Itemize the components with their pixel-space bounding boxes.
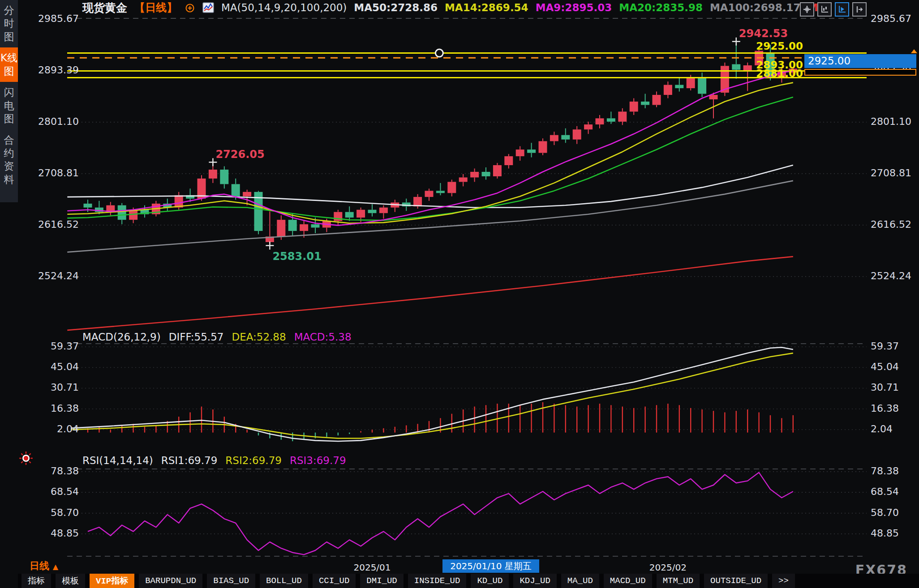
footer-period-label: 日线 bbox=[30, 560, 49, 571]
alert-arrow-icon bbox=[911, 49, 917, 53]
indicator-tab-0[interactable]: 指标 bbox=[21, 574, 51, 588]
alert-level-box bbox=[804, 69, 916, 76]
chart-canvas bbox=[0, 0, 919, 588]
ma50-readout: MA50:2728.86 bbox=[354, 2, 438, 13]
macd-value-readout: MACD:5.38 bbox=[294, 331, 352, 343]
ma-line-MA100 bbox=[67, 181, 793, 252]
ma-line-MA9 bbox=[67, 71, 793, 226]
indicator-tab-5[interactable]: BOLL_UD bbox=[260, 574, 308, 588]
sidebar-item-kline-chart[interactable]: K线图 bbox=[0, 47, 18, 82]
macd-header: MACD(26,12,9) DIFF:55.57 DEA:52.88 MACD:… bbox=[82, 331, 352, 343]
triangle-up-icon: ▲ bbox=[53, 562, 58, 571]
live-alert-icon[interactable] bbox=[18, 450, 34, 468]
indicator-tab-12[interactable]: MACD_UD bbox=[604, 574, 652, 588]
candles-layer bbox=[84, 43, 798, 244]
axis-label: 48.85 bbox=[18, 528, 79, 539]
ma100-readout: MA100:2698.17 bbox=[710, 2, 801, 13]
jump-to-last-icon bbox=[855, 5, 863, 13]
indicator-tab-9[interactable]: KD_UD bbox=[471, 574, 509, 588]
axis-label: 59.37 bbox=[871, 341, 899, 352]
axis-label: 2801.10 bbox=[871, 116, 911, 127]
axis-label: 68.54 bbox=[18, 486, 79, 497]
macd-layer bbox=[71, 347, 793, 441]
period-selector[interactable]: 【日线】 bbox=[134, 0, 177, 15]
scale-axis-button[interactable] bbox=[817, 2, 832, 17]
axis-label: 2708.81 bbox=[871, 167, 911, 179]
indicator-tab-10[interactable]: KDJ_UD bbox=[513, 574, 556, 588]
rsi3-readout: RSI3:69.79 bbox=[290, 455, 346, 466]
axis-label: 48.85 bbox=[871, 528, 899, 539]
rsi-title: RSI(14,14,14) bbox=[82, 455, 153, 466]
axis-label: 2.04 bbox=[871, 423, 893, 435]
ma-settings-label: MA(50,14,9,20,100,200) bbox=[221, 2, 347, 13]
jump-to-last-button[interactable] bbox=[852, 2, 867, 17]
indicator-tab-8[interactable]: INSIDE_UD bbox=[408, 574, 467, 588]
axis-label: 45.04 bbox=[18, 361, 79, 372]
ma-lines-layer bbox=[67, 71, 793, 330]
axis-label: 2524.24 bbox=[871, 270, 911, 281]
indicator-tab-15[interactable]: >> bbox=[772, 574, 795, 588]
sidebar: 分时图 K线图 闪电图 合约资料 bbox=[0, 0, 18, 202]
axis-label: 58.70 bbox=[871, 507, 899, 518]
axis-label: 2524.24 bbox=[18, 270, 79, 281]
chart-style-icon[interactable] bbox=[202, 2, 214, 13]
indicator-tab-4[interactable]: BIAS_UD bbox=[207, 574, 255, 588]
chart-annotation: 2942.53 bbox=[739, 27, 788, 40]
axis-label: 2985.67 bbox=[871, 13, 911, 24]
axis-label: 30.71 bbox=[18, 382, 79, 393]
axis-label: 16.38 bbox=[18, 403, 79, 414]
axis-label: 2801.10 bbox=[18, 116, 79, 127]
hline-label: 2925.00 bbox=[731, 40, 803, 52]
sidebar-item-time-chart[interactable]: 分时图 bbox=[0, 0, 18, 47]
indicator-tab-2[interactable]: VIP指标 bbox=[90, 574, 134, 588]
footer-period-selector[interactable]: 日线 ▲ bbox=[30, 559, 58, 573]
rsi-header: RSI(14,14,14) RSI1:69.79 RSI2:69.79 RSI3… bbox=[82, 455, 346, 466]
axis-label: 78.38 bbox=[871, 465, 899, 477]
annotations-layer bbox=[209, 38, 740, 250]
indicator-tab-11[interactable]: MA_UD bbox=[561, 574, 599, 588]
rsi2-readout: RSI2:69.79 bbox=[225, 455, 282, 466]
ma14-readout: MA14:2869.54 bbox=[445, 2, 528, 13]
axis-label: 30.71 bbox=[871, 382, 899, 393]
sidebar-item-lightning-chart[interactable]: 闪电图 bbox=[0, 82, 18, 129]
date-tick-label: 2025/02 bbox=[649, 562, 687, 573]
indicator-tab-13[interactable]: MTM_UD bbox=[657, 574, 700, 588]
ma-line-MA20 bbox=[67, 97, 793, 220]
indicator-tab-6[interactable]: CCI_UD bbox=[313, 574, 356, 588]
crosshair-date-tag: 2025/01/10 星期五 bbox=[442, 559, 539, 573]
crosshair-marker bbox=[435, 49, 443, 57]
rsi1-readout: RSI1:69.79 bbox=[161, 455, 218, 466]
indicator-tab-1[interactable]: 模板 bbox=[56, 574, 85, 588]
chart-annotation: 2583.01 bbox=[272, 250, 321, 263]
macd-dea-readout: DEA:52.88 bbox=[232, 331, 286, 343]
auto-scroll-button[interactable] bbox=[835, 2, 849, 17]
indicator-tabbar: 指标模板VIP指标BARUPDN_UDBIAS_UDBOLL_UDCCI_UDD… bbox=[18, 574, 919, 588]
indicator-tab-7[interactable]: DMI_UD bbox=[360, 574, 403, 588]
ma9-readout: MA9:2895.03 bbox=[536, 2, 612, 13]
trading-app: 分时图 K线图 闪电图 合约资料 现货黄金 【日线】 MA(50,14,9,20… bbox=[0, 0, 919, 588]
macd-diff-readout: DIFF:55.57 bbox=[169, 331, 224, 343]
crosshair-price-tag: 2925.00 bbox=[804, 54, 916, 68]
scale-axis-icon bbox=[820, 5, 829, 13]
pan-tool-button[interactable] bbox=[800, 2, 814, 17]
sidebar-item-contract-info[interactable]: 合约资料 bbox=[0, 130, 18, 191]
axis-label: 2893.39 bbox=[18, 64, 79, 76]
axis-label: 2616.52 bbox=[18, 219, 79, 230]
chart-header: 现货黄金 【日线】 MA(50,14,9,20,100,200) MA50:27… bbox=[82, 0, 818, 15]
chart-annotation: 2726.05 bbox=[215, 148, 264, 161]
hline-label: 2881.00 bbox=[731, 68, 803, 79]
indicator-tab-14[interactable]: OUTSIDE_UD bbox=[704, 574, 768, 588]
axis-label: 2616.52 bbox=[871, 219, 911, 230]
axis-label: 2985.67 bbox=[18, 13, 79, 24]
indicator-tab-3[interactable]: BARUPDN_UD bbox=[139, 574, 202, 588]
axis-label: 16.38 bbox=[871, 403, 899, 414]
pan-tool-icon bbox=[803, 5, 811, 13]
axis-label: 2708.81 bbox=[18, 167, 79, 179]
ma-line-MA50 bbox=[67, 165, 793, 208]
grid-layer bbox=[67, 18, 867, 556]
date-tick-label: 2025/01 bbox=[353, 562, 391, 573]
add-indicator-icon[interactable] bbox=[185, 2, 195, 13]
auto-scroll-icon bbox=[838, 5, 846, 13]
axis-label: 2.04 bbox=[18, 423, 79, 435]
macd-title: MACD(26,12,9) bbox=[82, 331, 161, 343]
